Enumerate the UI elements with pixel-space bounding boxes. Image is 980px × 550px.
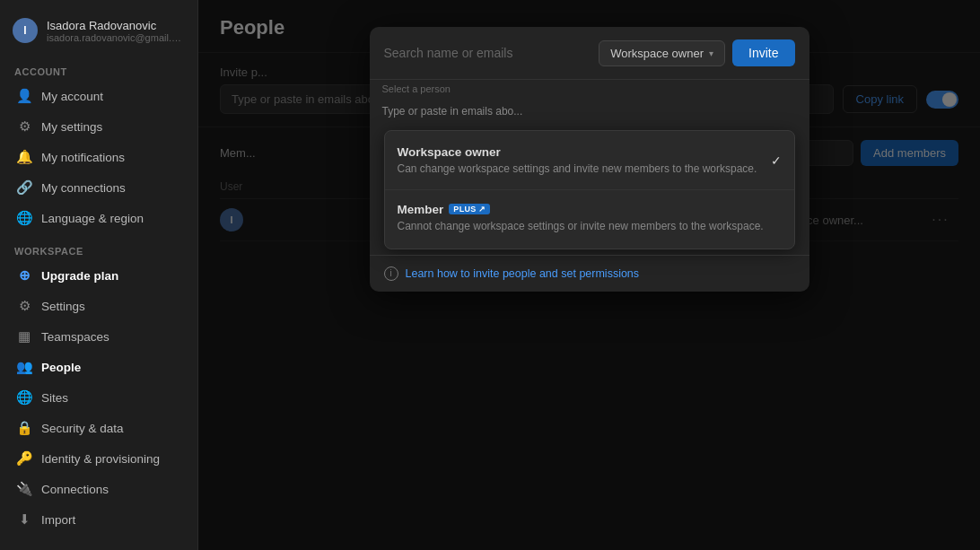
import-icon: ⬇	[16, 511, 32, 528]
avatar: I	[13, 18, 38, 43]
sidebar-item-my-settings[interactable]: ⚙ My settings	[4, 112, 194, 141]
workspace-section-label: Workspace	[0, 239, 197, 260]
info-icon: i	[384, 266, 398, 281]
sidebar-item-import[interactable]: ⬇ Import	[4, 505, 194, 534]
sidebar-item-identity-provisioning[interactable]: 🔑 Identity & provisioning	[4, 444, 194, 473]
divider	[385, 189, 794, 190]
lock-icon: 🔒	[16, 420, 32, 436]
settings-icon: ⚙	[16, 118, 32, 135]
sidebar-item-label: Language & region	[41, 212, 144, 225]
gear-icon: ⚙	[16, 298, 32, 314]
sidebar-item-my-connections[interactable]: 🔗 My connections	[4, 173, 194, 202]
sidebar-item-label: My notifications	[41, 151, 125, 164]
sidebar-item-teamspaces[interactable]: ▦ Teamspaces	[4, 322, 194, 351]
sidebar-item-my-account[interactable]: 👤 My account	[4, 82, 194, 110]
sites-icon: 🌐	[16, 389, 32, 406]
sidebar-item-label: Connections	[41, 483, 109, 496]
bell-icon: 🔔	[16, 149, 32, 165]
sidebar-item-label: My account	[41, 90, 103, 103]
user-name: Isadora Radovanovic	[47, 19, 185, 32]
sidebar-item-upgrade-plan[interactable]: ⊕ Upgrade plan	[4, 261, 194, 290]
sidebar-item-security-data[interactable]: 🔒 Security & data	[4, 414, 194, 442]
option-title: Workspace owner	[398, 145, 782, 159]
people-icon: 👥	[16, 359, 32, 375]
dropdown-hint-select: Select a person	[370, 80, 809, 101]
main-content: People Invite p... Type or paste in emai…	[198, 0, 980, 550]
sidebar-item-label: Teamspaces	[41, 330, 109, 344]
footer-link[interactable]: Learn how to invite people and set permi…	[406, 267, 640, 280]
invite-modal: Workspace owner ▾ Invite Select a person…	[370, 27, 809, 292]
sidebar-item-people[interactable]: 👥 People	[4, 353, 194, 381]
modal-overlay: Workspace owner ▾ Invite Select a person…	[198, 0, 980, 550]
modal-search-input[interactable]	[384, 46, 592, 60]
sidebar-item-label: People	[41, 361, 81, 374]
sidebar-item-connections[interactable]: 🔌 Connections	[4, 475, 194, 503]
dropdown-hint-paste: Type or paste in emails abo...	[370, 101, 809, 125]
role-dropdown-panel: Workspace owner Can change workspace set…	[384, 130, 795, 249]
user-email: isadora.radovanovic@gmail.com	[47, 32, 185, 43]
person-icon: 👤	[16, 88, 32, 104]
globe-icon: 🌐	[16, 210, 32, 226]
option-title: Member PLUS ↗	[398, 203, 782, 216]
sidebar-item-sites[interactable]: 🌐 Sites	[4, 383, 194, 412]
key-icon: 🔑	[16, 450, 32, 467]
role-dropdown-button[interactable]: Workspace owner ▾	[599, 40, 725, 66]
sidebar-item-label: Import	[41, 513, 75, 527]
link-icon: 🔗	[16, 179, 32, 196]
sidebar-item-label: Upgrade plan	[41, 269, 118, 283]
sidebar-item-label: My settings	[41, 120, 102, 134]
grid-icon: ▦	[16, 328, 32, 345]
modal-footer: i Learn how to invite people and set per…	[370, 255, 809, 292]
chevron-down-icon: ▾	[709, 48, 713, 58]
sidebar: I Isadora Radovanovic isadora.radovanovi…	[0, 0, 198, 550]
modal-top-bar: Workspace owner ▾ Invite	[370, 27, 809, 80]
check-icon: ✓	[771, 153, 782, 168]
sidebar-user-profile[interactable]: I Isadora Radovanovic isadora.radovanovi…	[0, 11, 197, 50]
sidebar-item-label: Settings	[41, 300, 85, 313]
plug-icon: 🔌	[16, 481, 32, 497]
sidebar-item-label: Identity & provisioning	[41, 452, 160, 466]
sidebar-item-settings[interactable]: ⚙ Settings	[4, 292, 194, 320]
invite-button[interactable]: Invite	[732, 39, 794, 66]
sidebar-item-label: Security & data	[41, 422, 124, 435]
external-link-icon: ↗	[478, 205, 486, 214]
option-desc: Cannot change workspace settings or invi…	[398, 219, 782, 234]
dropdown-option-workspace-owner[interactable]: Workspace owner Can change workspace set…	[385, 136, 794, 186]
dropdown-option-member[interactable]: Member PLUS ↗ Cannot change workspace se…	[385, 194, 794, 243]
sidebar-item-my-notifications[interactable]: 🔔 My notifications	[4, 143, 194, 171]
option-desc: Can change workspace settings and invite…	[398, 162, 782, 177]
upgrade-icon: ⊕	[16, 267, 32, 284]
sidebar-item-language-region[interactable]: 🌐 Language & region	[4, 204, 194, 232]
plus-badge: PLUS ↗	[449, 204, 490, 214]
role-dropdown-label: Workspace owner	[610, 47, 704, 60]
account-section-label: Account	[0, 59, 197, 81]
sidebar-item-label: My connections	[41, 181, 126, 195]
sidebar-item-label: Sites	[41, 391, 68, 405]
